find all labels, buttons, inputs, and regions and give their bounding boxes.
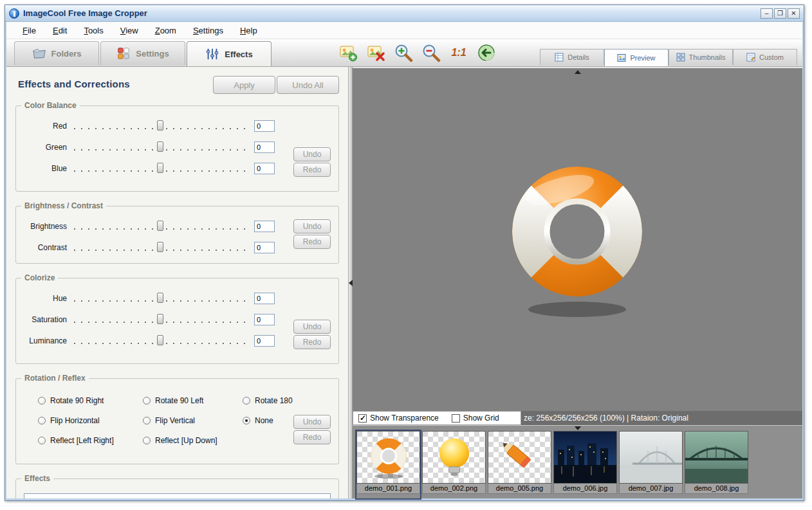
luminance-slider-thumb[interactable] [157,335,163,345]
red-value-input[interactable] [254,120,275,132]
slider-row-brightness: Brightness [24,215,331,237]
thumbnail-item-demo-006[interactable]: demo_006.jpg [553,431,617,498]
menu-tools[interactable]: Tools [75,23,111,38]
view-tab-preview[interactable]: Preview [604,49,669,66]
group-color-balance: Color Balance Red Green [15,105,339,192]
radio-reflect-left-right-control[interactable] [38,437,46,444]
zoom-out-icon [421,43,441,62]
blue-slider[interactable] [73,162,248,175]
color-balance-redo-button[interactable]: Redo [293,163,331,177]
menu-file[interactable]: File [14,23,44,38]
blue-slider-label: Blue [24,164,73,173]
hue-slider-thumb[interactable] [157,293,163,303]
radio-rotate-180-control[interactable] [243,397,250,405]
brightness-slider-thumb[interactable] [157,221,163,231]
green-slider-thumb[interactable] [157,141,163,152]
radio-rotate-90-right-control[interactable] [38,397,46,405]
radio-flip-horizontal[interactable]: Flip Horizontal [38,410,143,430]
panel-splitter[interactable] [348,67,353,498]
rotation-undo-button[interactable]: Undo [293,415,331,429]
radio-rotate-90-right[interactable]: Rotate 90 Right [38,390,143,410]
zoom-out-button[interactable] [421,42,441,63]
green-slider[interactable] [73,141,248,154]
luminance-value-input[interactable] [254,335,275,347]
close-button[interactable]: ✕ [788,8,800,19]
red-slider[interactable] [73,120,248,132]
radio-flip-horizontal-control[interactable] [38,417,46,424]
radio-rotate-90-left[interactable]: Rotate 90 Left [143,390,243,410]
zoom-in-icon [394,43,413,62]
delete-image-icon [367,44,385,62]
show-transparence-checkbox[interactable]: Show Transparence [358,414,439,423]
contrast-value-input[interactable] [254,242,275,253]
thumbnails-icon [676,53,685,62]
tab-folders[interactable]: Folders [14,41,99,65]
revert-arrow-icon [477,43,496,62]
colorize-undo-button[interactable]: Undo [293,320,331,334]
colorize-redo-button[interactable]: Redo [293,335,331,349]
slider-row-luminance: Luminance [24,330,331,351]
menu-zoom[interactable]: Zoom [147,23,185,38]
green-value-input[interactable] [254,141,275,153]
color-balance-undo-button[interactable]: Undo [293,147,331,161]
show-transparence-checkbox-control[interactable] [358,414,367,423]
thumbnail-item-demo-002[interactable]: demo_002.png [422,431,486,498]
splitter-collapse-up-icon[interactable] [575,70,581,74]
rotation-redo-button[interactable]: Redo [293,430,331,444]
title-bar: ImageCool Free Image Cropper – ❐ ✕ [5,5,804,22]
undo-all-button[interactable]: Undo All [277,76,339,94]
hue-slider[interactable] [73,292,248,305]
brightness-contrast-redo-button[interactable]: Redo [293,235,331,249]
radio-reflect-left-right[interactable]: Reflect [Left Right] [38,430,143,450]
radio-rotate-90-left-control[interactable] [143,397,151,405]
hue-value-input[interactable] [254,293,275,304]
brightness-slider[interactable] [73,220,248,233]
thumbnail-item-demo-005[interactable]: demo_005.png [488,431,551,498]
radio-flip-vertical-control[interactable] [143,417,151,424]
red-slider-thumb[interactable] [157,120,163,131]
tab-effects[interactable]: Effects [187,41,272,66]
saturation-value-input[interactable] [254,314,275,325]
view-tab-details[interactable]: Details [540,49,604,65]
radio-reflect-up-down-control[interactable] [143,437,151,444]
add-image-button[interactable] [338,42,358,63]
contrast-slider-thumb[interactable] [157,242,163,252]
radio-none-control[interactable] [243,417,250,424]
saturation-slider-thumb[interactable] [157,314,163,324]
show-grid-checkbox[interactable]: Show Grid [452,414,499,423]
saturation-slider[interactable] [73,313,248,326]
zoom-in-button[interactable] [393,42,414,63]
show-grid-checkbox-control[interactable] [452,414,460,423]
view-tab-thumbnails[interactable]: Thumbnails [669,49,733,65]
thumbnail-item-demo-001[interactable]: demo_001.png [356,431,420,498]
menu-edit[interactable]: Edit [44,23,75,38]
radio-rotate-90-right-label: Rotate 90 Right [50,396,104,405]
preview-area[interactable] [353,68,802,411]
blue-value-input[interactable] [254,163,275,174]
blue-slider-thumb[interactable] [157,163,163,173]
brightness-value-input[interactable] [254,221,275,232]
menu-settings[interactable]: Settings [185,23,232,38]
apply-button[interactable]: Apply [213,76,275,94]
effects-list-box[interactable] [24,493,331,498]
view-tab-custom[interactable]: Custom [733,49,797,65]
revert-button[interactable] [476,42,497,63]
luminance-slider[interactable] [73,334,248,347]
maximize-button[interactable]: ❐ [774,8,786,19]
contrast-slider[interactable] [73,241,248,254]
radio-rotate-180[interactable]: Rotate 180 [243,390,326,410]
splitter-collapse-down-icon[interactable] [575,426,581,430]
tab-settings[interactable]: Settings [100,41,185,65]
menu-view[interactable]: View [112,23,147,38]
radio-reflect-up-down[interactable]: Reflect [Up Down] [143,430,243,450]
radio-flip-vertical[interactable]: Flip Vertical [143,410,243,430]
saturation-slider-label: Saturation [24,315,73,324]
thumbnail-item-demo-008[interactable]: demo_008.jpg [685,431,748,498]
delete-image-button[interactable] [365,42,386,63]
brightness-contrast-undo-button[interactable]: Undo [293,219,331,233]
zoom-actual-button[interactable]: 1:1 [448,42,469,63]
menu-help[interactable]: Help [232,23,266,38]
slider-row-saturation: Saturation [24,309,331,330]
minimize-button[interactable]: – [761,8,773,19]
thumbnail-item-demo-007[interactable]: demo_007.jpg [619,431,683,498]
